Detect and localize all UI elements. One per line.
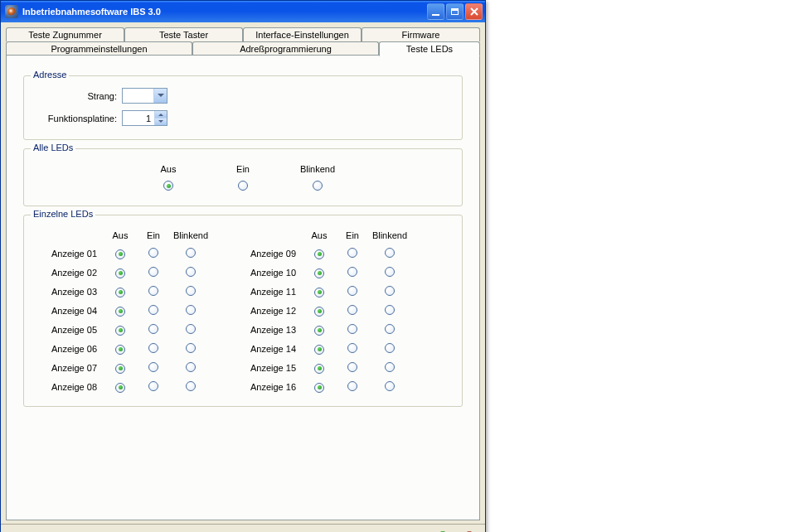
- radio-anzeige-15-blinkend[interactable]: [385, 362, 395, 372]
- radio-anzeige-09-ein[interactable]: [347, 248, 357, 258]
- radio-anzeige-03-ein[interactable]: [148, 286, 158, 296]
- radio-anzeige-16-blinkend[interactable]: [385, 381, 395, 391]
- radio-anzeige-09-aus[interactable]: [314, 249, 324, 259]
- hdr-aus-left: Aus: [104, 230, 137, 240]
- titlebar[interactable]: Inbetriebnahmesoftware IBS 3.0: [1, 1, 485, 22]
- radio-anzeige-14-ein[interactable]: [347, 343, 357, 353]
- label-anzeige-14: Anzeige 14: [236, 344, 303, 354]
- radio-anzeige-05-ein[interactable]: [148, 324, 158, 334]
- radio-anzeige-13-ein[interactable]: [347, 324, 357, 334]
- tabstrip: Teste Zugnummer Teste Taster Interface-E…: [6, 27, 480, 520]
- radio-anzeige-04-ein[interactable]: [148, 305, 158, 315]
- radio-anzeige-11-blinkend[interactable]: [385, 286, 395, 296]
- radio-alle-blinkend[interactable]: [313, 181, 323, 191]
- radio-anzeige-10-blinkend[interactable]: [385, 267, 395, 277]
- java-icon: [5, 5, 18, 18]
- radio-anzeige-05-aus[interactable]: [115, 326, 125, 336]
- tab-teste-zugnummer[interactable]: Teste Zugnummer: [6, 27, 124, 41]
- hdr-ein-left: Ein: [137, 230, 170, 240]
- radio-anzeige-13-blinkend[interactable]: [385, 324, 395, 334]
- hdr-blinkend-right: Blinkend: [369, 230, 410, 240]
- radio-anzeige-08-blinkend[interactable]: [186, 381, 196, 391]
- label-anzeige-01: Anzeige 01: [37, 249, 104, 259]
- tab-teste-leds[interactable]: Teste LEDs: [379, 41, 480, 56]
- radio-anzeige-07-aus[interactable]: [115, 364, 125, 374]
- radio-anzeige-02-aus[interactable]: [115, 268, 125, 278]
- tab-firmware[interactable]: Firmware: [362, 27, 480, 41]
- client-area: Teste Zugnummer Teste Taster Interface-E…: [1, 22, 485, 524]
- tab-teste-taster[interactable]: Teste Taster: [124, 27, 243, 41]
- radio-alle-aus[interactable]: [163, 181, 173, 191]
- spin-down-icon[interactable]: [154, 118, 167, 125]
- maximize-button[interactable]: [446, 3, 464, 20]
- chevron-down-icon: [153, 89, 167, 103]
- label-aus: Aus: [161, 164, 177, 174]
- tab-programmeinstellungen[interactable]: Programmeinstellungen: [6, 41, 192, 56]
- radio-anzeige-03-aus[interactable]: [115, 288, 125, 297]
- radio-anzeige-16-aus[interactable]: [314, 383, 324, 393]
- led-block-left: Aus Ein Blinkend Anzeige 01 Anzeige 02: [37, 230, 211, 393]
- close-button[interactable]: [465, 3, 483, 20]
- spinner-funktionsplatine[interactable]: 1: [122, 110, 167, 126]
- radio-anzeige-01-aus[interactable]: [115, 249, 125, 259]
- radio-anzeige-12-ein[interactable]: [347, 305, 357, 315]
- radio-alle-ein[interactable]: [238, 181, 248, 191]
- label-anzeige-02: Anzeige 02: [37, 268, 104, 278]
- legend-alle-leds: Alle LEDs: [31, 143, 75, 152]
- label-anzeige-07: Anzeige 07: [37, 363, 104, 373]
- radio-anzeige-10-aus[interactable]: [314, 268, 324, 278]
- group-alle-leds: Alle LEDs Aus Ein Blinkend: [23, 148, 463, 206]
- radio-anzeige-11-ein[interactable]: [347, 286, 357, 296]
- label-strang: Strang:: [37, 91, 117, 101]
- radio-anzeige-01-blinkend[interactable]: [186, 248, 196, 258]
- hdr-aus-right: Aus: [303, 230, 336, 240]
- radio-anzeige-08-aus[interactable]: [115, 383, 125, 393]
- radio-anzeige-04-aus[interactable]: [115, 307, 125, 317]
- hdr-ein-right: Ein: [336, 230, 369, 240]
- radio-anzeige-06-blinkend[interactable]: [186, 343, 196, 353]
- label-funktionsplatine: Funktionsplatine:: [37, 114, 117, 123]
- radio-anzeige-16-ein[interactable]: [347, 381, 357, 391]
- minimize-button[interactable]: [427, 3, 444, 20]
- radio-anzeige-12-aus[interactable]: [314, 307, 324, 317]
- hdr-blinkend-left: Blinkend: [170, 230, 211, 240]
- tab-adressprogrammierung[interactable]: Adreßprogrammierung: [192, 41, 379, 56]
- group-adresse: Adresse Strang: Funktionsplatine: 1: [23, 75, 463, 140]
- radio-anzeige-02-blinkend[interactable]: [186, 267, 196, 277]
- legend-adresse: Adresse: [31, 70, 69, 80]
- radio-anzeige-07-blinkend[interactable]: [186, 362, 196, 372]
- radio-anzeige-02-ein[interactable]: [148, 267, 158, 277]
- spinner-value: 1: [123, 114, 154, 123]
- radio-anzeige-15-aus[interactable]: [314, 364, 324, 374]
- radio-anzeige-12-blinkend[interactable]: [385, 305, 395, 315]
- radio-anzeige-15-ein[interactable]: [347, 362, 357, 372]
- radio-anzeige-08-ein[interactable]: [148, 381, 158, 391]
- radio-anzeige-14-aus[interactable]: [314, 345, 324, 355]
- radio-anzeige-05-blinkend[interactable]: [186, 324, 196, 334]
- tab-panel-teste-leds: Adresse Strang: Funktionsplatine: 1: [6, 55, 480, 520]
- radio-anzeige-14-blinkend[interactable]: [385, 343, 395, 353]
- radio-anzeige-03-blinkend[interactable]: [186, 286, 196, 296]
- radio-anzeige-13-aus[interactable]: [314, 326, 324, 336]
- combo-strang[interactable]: [122, 88, 167, 104]
- label-anzeige-06: Anzeige 06: [37, 344, 104, 354]
- label-anzeige-10: Anzeige 10: [236, 268, 303, 278]
- radio-anzeige-07-ein[interactable]: [148, 362, 158, 372]
- radio-anzeige-01-ein[interactable]: [148, 248, 158, 258]
- radio-anzeige-11-aus[interactable]: [314, 288, 324, 297]
- label-anzeige-03: Anzeige 03: [37, 287, 104, 297]
- radio-anzeige-10-ein[interactable]: [347, 267, 357, 277]
- spin-up-icon[interactable]: [154, 111, 167, 118]
- radio-anzeige-09-blinkend[interactable]: [385, 248, 395, 258]
- label-anzeige-04: Anzeige 04: [37, 306, 104, 316]
- label-anzeige-12: Anzeige 12: [236, 306, 303, 316]
- label-anzeige-16: Anzeige 16: [236, 382, 303, 392]
- radio-anzeige-06-ein[interactable]: [148, 343, 158, 353]
- label-ein: Ein: [236, 164, 250, 174]
- led-block-right: Aus Ein Blinkend Anzeige 09 Anzeige 10: [236, 230, 410, 393]
- label-blinkend: Blinkend: [300, 164, 335, 174]
- tab-interface-einstellungen[interactable]: Interface-Einstellungen: [243, 27, 362, 41]
- statusbar: [1, 524, 485, 532]
- radio-anzeige-04-blinkend[interactable]: [186, 305, 196, 315]
- radio-anzeige-06-aus[interactable]: [115, 345, 125, 355]
